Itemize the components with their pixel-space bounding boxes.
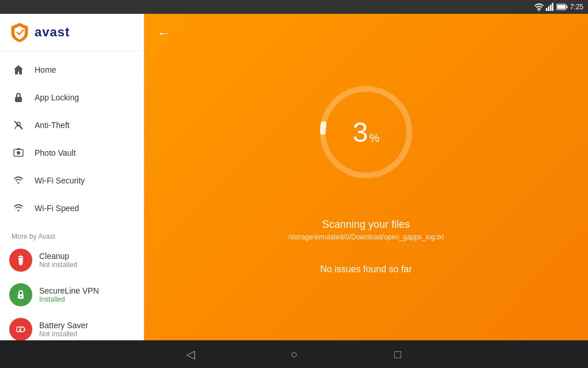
wifi-security-icon bbox=[12, 174, 25, 187]
sidebar-item-battery-saver[interactable]: Battery Saver Not installed bbox=[0, 312, 144, 340]
svg-point-17 bbox=[20, 296, 22, 298]
svg-point-11 bbox=[17, 151, 20, 155]
wifi-security-label: Wi-Fi Security bbox=[35, 176, 85, 185]
sidebar-item-wifi-speed[interactable]: Wi-Fi Speed bbox=[0, 194, 144, 222]
scan-result: No issues found so far bbox=[320, 264, 412, 275]
battery-saver-text: Battery Saver Not installed bbox=[39, 321, 88, 338]
cleanup-title: Cleanup bbox=[39, 251, 77, 261]
svg-rect-4 bbox=[552, 3, 553, 11]
progress-number: 3 bbox=[353, 116, 368, 148]
wifi-speed-icon bbox=[12, 201, 25, 215]
scan-title: Scanning your files bbox=[322, 219, 410, 231]
secureline-status: Installed bbox=[39, 295, 99, 303]
avast-logo: avast bbox=[9, 22, 70, 43]
main-content: ← 3% Scanning your files /storage/emulat… bbox=[144, 14, 588, 340]
sidebar-header: avast bbox=[0, 14, 144, 51]
home-label: Home bbox=[35, 65, 56, 74]
more-section-label: More by Avast bbox=[0, 227, 144, 243]
status-icons: 7:25 bbox=[534, 3, 583, 11]
app-locking-label: App Locking bbox=[35, 93, 79, 102]
secureline-text: SecureLine VPN Installed bbox=[39, 286, 99, 303]
sidebar-item-wifi-security[interactable]: Wi-Fi Security bbox=[0, 167, 144, 194]
bottom-back-button[interactable]: ◁ bbox=[179, 343, 202, 366]
time-display: 7:25 bbox=[570, 3, 583, 11]
signal-icon bbox=[546, 3, 554, 11]
svg-rect-12 bbox=[17, 148, 20, 150]
back-button[interactable]: ← bbox=[153, 23, 174, 44]
svg-point-13 bbox=[18, 182, 20, 184]
svg-rect-2 bbox=[548, 6, 549, 11]
svg-point-15 bbox=[20, 265, 21, 266]
progress-text: 3% bbox=[353, 116, 380, 148]
lock-icon bbox=[12, 91, 25, 104]
secureline-icon bbox=[14, 288, 27, 301]
progress-circle: 3% bbox=[314, 80, 418, 184]
scan-info: Scanning your files /storage/emulated/0/… bbox=[288, 219, 444, 241]
svg-rect-8 bbox=[15, 97, 22, 102]
svg-point-0 bbox=[538, 10, 539, 11]
battery-icon bbox=[556, 3, 568, 10]
secureline-icon-bg bbox=[9, 283, 32, 306]
sidebar-nav: Home App Locking bbox=[0, 51, 144, 227]
svg-rect-6 bbox=[566, 6, 567, 8]
svg-rect-19 bbox=[24, 329, 25, 331]
svg-rect-7 bbox=[557, 5, 565, 9]
cleanup-icon-bg bbox=[9, 249, 32, 272]
battery-saver-title: Battery Saver bbox=[39, 321, 88, 330]
avast-logo-text: avast bbox=[35, 25, 70, 40]
anti-theft-label: Anti-Theft bbox=[35, 121, 70, 130]
sidebar-item-secureline[interactable]: SecureLine VPN Installed bbox=[0, 277, 144, 312]
battery-saver-icon-bg bbox=[9, 318, 32, 340]
bottom-home-button[interactable]: ○ bbox=[282, 343, 306, 366]
avast-logo-icon bbox=[9, 22, 30, 43]
svg-point-14 bbox=[18, 210, 20, 212]
photo-vault-label: Photo Vault bbox=[35, 148, 76, 157]
bottom-recent-button[interactable]: □ bbox=[386, 343, 409, 366]
sidebar-item-photo-vault[interactable]: Photo Vault bbox=[0, 139, 144, 167]
anti-theft-icon bbox=[12, 118, 25, 132]
sidebar-item-home[interactable]: Home bbox=[0, 56, 144, 84]
progress-container: 3% bbox=[314, 80, 418, 184]
percent-sign: % bbox=[369, 131, 379, 144]
main-area: avast Home bbox=[0, 14, 588, 340]
wifi-icon bbox=[534, 3, 544, 11]
bottom-nav: ◁ ○ □ bbox=[0, 340, 588, 368]
sidebar-item-app-locking[interactable]: App Locking bbox=[0, 84, 144, 111]
battery-saver-icon bbox=[14, 323, 27, 336]
svg-rect-1 bbox=[546, 8, 548, 11]
sidebar-item-anti-theft[interactable]: Anti-Theft bbox=[0, 111, 144, 139]
cleanup-text: Cleanup Not installed bbox=[39, 251, 77, 269]
sidebar-item-cleanup[interactable]: Cleanup Not installed bbox=[0, 243, 144, 277]
scan-file: /storage/emulated/0/Download/open_gapps_… bbox=[288, 233, 444, 241]
status-bar: 7:25 bbox=[0, 0, 588, 14]
photo-vault-icon bbox=[12, 146, 25, 160]
battery-saver-status: Not installed bbox=[39, 330, 88, 338]
svg-rect-3 bbox=[550, 5, 552, 11]
cleanup-icon bbox=[14, 254, 27, 266]
secureline-title: SecureLine VPN bbox=[39, 286, 99, 295]
cleanup-status: Not installed bbox=[39, 261, 77, 269]
sidebar: avast Home bbox=[0, 14, 144, 340]
wifi-speed-label: Wi-Fi Speed bbox=[35, 204, 79, 213]
home-icon bbox=[12, 63, 25, 77]
